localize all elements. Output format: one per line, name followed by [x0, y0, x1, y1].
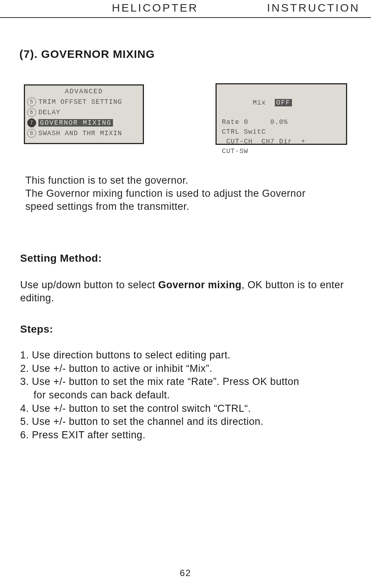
page-header: HELICOPTER INSTRUCTION	[0, 0, 371, 17]
lcd-item-number-icon: 6	[27, 108, 36, 117]
lcd-item-label: SWASH AND THR MIXIN	[38, 130, 122, 137]
lcd-governor-settings: Mix OFF Rate 0 0.0% CTRL SwitC CUT-CH CH…	[216, 83, 347, 145]
intro-line: speed settings from the transmitter.	[25, 200, 349, 213]
step-item: 4. Use +/- button to set the control swi…	[20, 402, 352, 416]
lcd-menu-item-selected: 7 GOVERNOR MIXING	[25, 118, 143, 128]
lcd-item-label: GOVERNOR MIXING	[38, 119, 113, 127]
lcd-item-label: TRIM OFFSET SETTING	[38, 98, 122, 106]
lcd-menu-list: 5 TRIM OFFSET SETTING 6 DELAY 7 GOVERNOR…	[25, 97, 143, 139]
section-title: (7). GOVERNOR MIXING	[19, 48, 155, 60]
lcd-line-rate: Rate 0 0.0%	[222, 117, 342, 127]
lcd-line-mix: Mix OFF	[222, 88, 342, 117]
lcd-line-cutsw: CUT-SW	[222, 146, 342, 156]
steps-heading: Steps:	[20, 323, 53, 335]
setting-method-pre: Use up/down button to select	[20, 279, 158, 290]
lcd-menu-title: ADVANCED	[25, 85, 143, 95]
lcd-menu-advanced: ADVANCED 5 TRIM OFFSET SETTING 6 DELAY 7…	[24, 84, 144, 144]
lcd-mix-label-text: Mix	[253, 99, 266, 106]
steps-list: 1. Use direction buttons to select editi…	[20, 349, 352, 442]
lcd-menu-item: 8 SWASH AND THR MIXIN	[25, 128, 143, 139]
lcd-mix-value: OFF	[275, 99, 292, 106]
lcd-item-number-icon: 8	[27, 129, 36, 138]
intro-line: The Governor mixing function is used to …	[25, 187, 349, 200]
step-item-continuation: for seconds can back default.	[20, 389, 352, 402]
step-item: 6. Press EXIT after setting.	[20, 429, 352, 442]
step-item: 5. Use +/- button to set the channel and…	[20, 415, 352, 429]
intro-paragraph: This function is to set the governor. Th…	[25, 174, 349, 213]
lcd-item-number-icon: 5	[27, 97, 36, 106]
lcd-item-number-icon: 7	[27, 118, 36, 127]
header-left: HELICOPTER	[112, 1, 198, 14]
setting-method-heading: Setting Method:	[20, 252, 102, 264]
lcd-menu-item: 5 TRIM OFFSET SETTING	[25, 97, 143, 107]
step-item: 2. Use +/- button to active or inhibit “…	[20, 362, 352, 376]
page-number: 62	[0, 568, 371, 578]
header-right: INSTRUCTION	[267, 1, 360, 14]
step-item: 3. Use +/- button to set the mix rate “R…	[20, 375, 352, 389]
lcd-item-label: DELAY	[38, 109, 60, 116]
intro-line: This function is to set the governor.	[25, 174, 349, 187]
step-item: 1. Use direction buttons to select editi…	[20, 349, 352, 362]
lcd-mix-label	[248, 99, 253, 106]
header-rule	[0, 17, 371, 18]
lcd-line-cutch: CUT-CH CH7 Dir +	[222, 137, 342, 146]
setting-method-body: Use up/down button to select Governor mi…	[20, 279, 352, 305]
lcd-line-ctrl: CTRL SwitC	[222, 127, 342, 137]
setting-method-bold: Governor mixing	[158, 279, 242, 290]
lcd-menu-item: 6 DELAY	[25, 107, 143, 118]
